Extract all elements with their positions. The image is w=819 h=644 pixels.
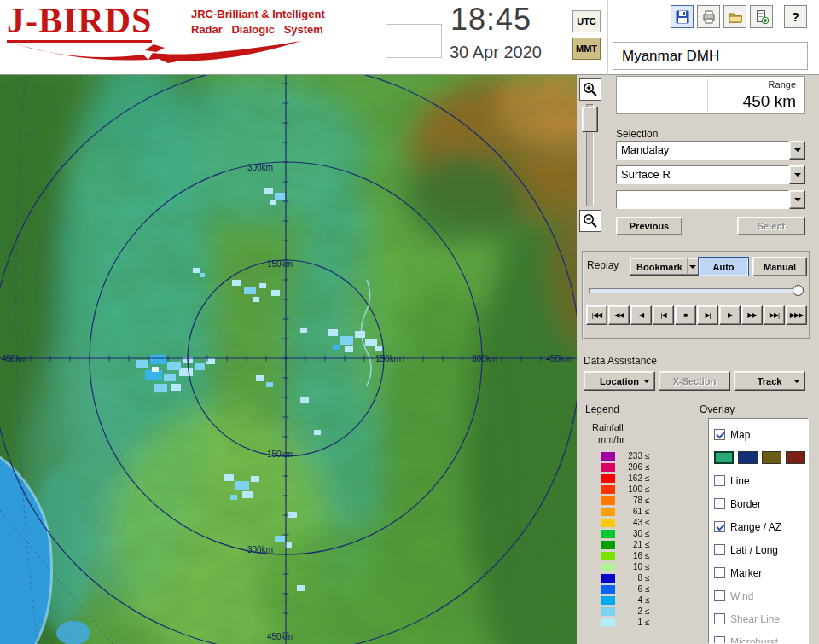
- legend-entry: 30≤: [601, 528, 703, 539]
- overlay-item-border[interactable]: Border: [709, 492, 808, 515]
- zoom-in-button[interactable]: [579, 78, 601, 101]
- overlay-item-microburst[interactable]: Microburst: [709, 630, 808, 644]
- header-divider: [607, 0, 608, 75]
- checkbox[interactable]: [714, 498, 725, 509]
- map-style-swatch[interactable]: [786, 451, 805, 464]
- legend-color-swatch: [601, 552, 615, 560]
- open-folder-button[interactable]: [723, 5, 746, 28]
- play-icon[interactable]: ▶: [719, 305, 741, 325]
- legend-lte: ≤: [645, 562, 650, 571]
- ring-label: 150km: [267, 259, 293, 269]
- bookmark-dropdown-arrow[interactable]: [687, 258, 698, 275]
- rewind-icon[interactable]: ◀◀: [608, 305, 630, 325]
- overlay-item-map[interactable]: Map: [709, 423, 808, 446]
- bookmark-button[interactable]: Bookmark: [630, 258, 700, 276]
- auto-button[interactable]: Auto: [698, 257, 749, 276]
- export-button[interactable]: [750, 5, 773, 28]
- map-style-swatches: [709, 446, 808, 469]
- mmt-button[interactable]: MMT: [572, 38, 601, 60]
- checkbox[interactable]: [714, 429, 725, 440]
- radar-map-svg: 300km150km450km150km300km450km150km300km…: [0, 75, 577, 644]
- legend-value: 6: [620, 584, 642, 594]
- legend-color-swatch: [601, 530, 615, 538]
- fast-forward-icon[interactable]: ▶▶: [741, 305, 763, 325]
- ring-label: 150km: [267, 450, 293, 459]
- legend-color-swatch: [601, 496, 615, 505]
- overlay-item-label: Border: [730, 498, 761, 510]
- overlay-item-label: Lati / Long: [730, 544, 778, 556]
- legend-entry: 1≤: [601, 617, 703, 628]
- track-button[interactable]: Track: [734, 371, 805, 391]
- logo-tagline-2: Radar Dialogic System: [191, 23, 323, 36]
- checkbox[interactable]: [714, 636, 725, 644]
- location-button[interactable]: Location: [584, 371, 655, 391]
- checkbox[interactable]: [714, 475, 725, 486]
- overlay-item-wind[interactable]: Wind: [709, 584, 808, 607]
- extra-dropdown-arrow[interactable]: [789, 190, 805, 209]
- product-dropdown[interactable]: Surface R: [616, 165, 805, 184]
- radar-map[interactable]: 300km150km450km150km300km450km150km300km…: [0, 75, 577, 644]
- zoom-slider[interactable]: [586, 104, 594, 206]
- checkbox[interactable]: [714, 567, 725, 578]
- legend-value: 30: [620, 529, 642, 538]
- checkbox[interactable]: [714, 544, 725, 555]
- legend-lte: ≤: [645, 451, 650, 461]
- replay-slider-thumb[interactable]: [793, 285, 804, 296]
- legend-lte: ≤: [645, 507, 650, 516]
- zoom-out-button[interactable]: [579, 210, 601, 232]
- legend-color-swatch: [601, 585, 615, 594]
- track-button-label: Track: [758, 376, 782, 386]
- chevron-down-icon: [794, 198, 801, 205]
- legend-color-swatch: [601, 485, 615, 494]
- play-reverse-icon[interactable]: ◀: [630, 305, 652, 325]
- replay-slider[interactable]: [589, 284, 804, 297]
- overlay-item-shear-line[interactable]: Shear Line: [709, 607, 808, 630]
- overlay-item-marker[interactable]: Marker: [709, 561, 808, 584]
- legend-entry: 78≤: [601, 495, 703, 506]
- overlay-list: MapLineBorderRange / AZLati / LongMarker…: [708, 418, 809, 644]
- checkbox[interactable]: [714, 521, 725, 532]
- manual-button[interactable]: Manual: [752, 257, 807, 276]
- help-icon: ?: [792, 9, 799, 24]
- legend-value: 1: [620, 618, 642, 627]
- overlay-item-line[interactable]: Line: [709, 469, 808, 492]
- zoom-in-icon: [582, 81, 599, 98]
- step-forward-icon[interactable]: ▶|: [697, 305, 718, 325]
- overlay-item-range-az[interactable]: Range / AZ: [709, 515, 808, 538]
- extra-dropdown[interactable]: [616, 190, 805, 209]
- save-icon: [675, 9, 690, 25]
- replay-label: Replay: [587, 259, 619, 271]
- site-dropdown-value[interactable]: Mandalay: [616, 141, 789, 160]
- site-dropdown-arrow[interactable]: [789, 141, 805, 160]
- data-assistance-label: Data Assistance: [584, 355, 657, 367]
- skip-end-icon[interactable]: ▶▶▶: [786, 305, 807, 325]
- ring-label: 450km: [267, 632, 293, 641]
- map-style-swatch[interactable]: [738, 451, 758, 464]
- step-back-icon[interactable]: |◀: [653, 305, 674, 325]
- previous-button[interactable]: Previous: [616, 217, 682, 235]
- map-style-swatch[interactable]: [762, 451, 781, 464]
- xsection-button[interactable]: X-Section: [659, 371, 730, 391]
- product-dropdown-arrow[interactable]: [789, 165, 805, 184]
- bookmark-button-label: Bookmark: [636, 262, 682, 272]
- jump-start-icon[interactable]: |◀◀: [586, 305, 607, 325]
- jump-end-icon[interactable]: ▶▶|: [764, 305, 785, 325]
- help-button[interactable]: ?: [784, 5, 807, 28]
- print-icon: [701, 9, 717, 25]
- zoom-slider-thumb[interactable]: [582, 107, 598, 132]
- extra-dropdown-value[interactable]: [616, 190, 789, 209]
- product-dropdown-value[interactable]: Surface R: [616, 165, 789, 184]
- print-button[interactable]: [697, 5, 720, 28]
- overlay-item-label: Marker: [730, 567, 762, 579]
- checkbox[interactable]: [714, 590, 725, 601]
- checkbox[interactable]: [714, 613, 725, 624]
- stop-icon[interactable]: ■: [675, 305, 696, 325]
- select-button[interactable]: Select: [737, 217, 805, 235]
- utc-button[interactable]: UTC: [572, 10, 601, 32]
- site-dropdown[interactable]: Mandalay: [616, 141, 805, 160]
- map-style-swatch[interactable]: [714, 451, 734, 464]
- logo-tagline-1: JRC-Brilliant & Intelligent: [191, 8, 325, 20]
- replay-slider-track[interactable]: [589, 288, 804, 293]
- overlay-item-lati-long[interactable]: Lati / Long: [709, 538, 808, 561]
- save-button[interactable]: [671, 5, 694, 28]
